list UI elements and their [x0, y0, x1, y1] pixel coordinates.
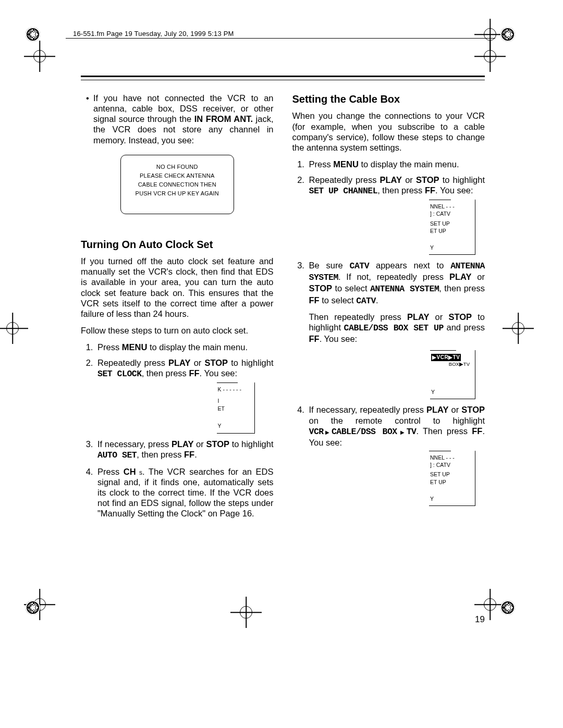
keyword: PLAY	[380, 175, 402, 184]
msg-line: NO CH FOUND	[125, 163, 229, 171]
step-item: Be sure CATV appears next to ANTENNA SYS…	[307, 260, 485, 399]
section-rule	[81, 76, 485, 77]
text: If necessary, repeatedly press	[309, 405, 427, 414]
keyword: MENU	[333, 159, 359, 169]
text: or	[193, 439, 206, 449]
osd-line: SET UP	[430, 471, 472, 478]
text: Then repeatedly press	[309, 312, 407, 322]
keyword: FF	[309, 334, 320, 343]
text: . Then press	[416, 426, 472, 436]
osd-snippet: NNEL - - - ] : CATV SET UP ET UP Y	[429, 200, 475, 255]
text: on the remote control to highlight	[309, 416, 485, 425]
ordered-steps: Press MENU to display the main menu. Rep…	[292, 159, 485, 506]
keyword: STOP	[206, 439, 229, 449]
keyword: PLAY	[168, 358, 191, 367]
text: or	[191, 358, 205, 367]
text: If necessary, press	[97, 439, 172, 449]
page-number: 19	[475, 614, 485, 625]
ordered-steps: Press MENU to display the main menu. Rep…	[81, 342, 274, 519]
keyword: STOP	[416, 175, 439, 184]
text: Press	[309, 159, 334, 169]
running-header: 16-551.fm Page 19 Tuesday, July 20, 1999…	[73, 30, 234, 38]
keyword: FF	[184, 450, 194, 459]
keyword-mono: CATV	[356, 296, 376, 306]
text: , then press	[137, 450, 184, 459]
osd-line: Y	[431, 388, 472, 396]
osd-line: BOX▶TV	[431, 361, 472, 368]
osd-line: ET	[218, 405, 252, 413]
osd-line: ET UP	[430, 227, 472, 235]
osd-line-inverted: ▶VCR▶TV	[431, 354, 461, 361]
text: , then press	[142, 368, 189, 378]
osd-line: NNEL - - -	[430, 203, 472, 210]
text: .	[376, 295, 378, 305]
step-item: Repeatedly press PLAY or STOP to highlig…	[307, 175, 485, 255]
text: , then press	[439, 283, 485, 293]
crop-mark	[2, 318, 23, 339]
text: . If not, repeatedly press	[338, 272, 449, 281]
keyword-mono: CABLE/DSS BOX SET UP	[344, 323, 444, 333]
keyword: STOP	[448, 312, 472, 322]
text: . You see:	[200, 368, 238, 378]
keyword-mono: ANTENNA SYSTEM	[370, 284, 439, 294]
crop-mark	[29, 46, 50, 67]
keyword-mono: AUTO SET	[97, 450, 137, 460]
keyword: STOP	[461, 405, 485, 414]
keyword-mono: TV	[407, 427, 417, 437]
text: or	[471, 272, 485, 281]
step-item: Repeatedly press PLAY or STOP to highlig…	[95, 357, 274, 434]
crop-mark	[508, 318, 529, 339]
text: or	[429, 312, 448, 322]
keyword: IN FROM ANT.	[194, 114, 253, 124]
msg-line: PLEASE CHECK ANTENNA	[125, 171, 229, 180]
keyword-mono: CABLE/DSS BOX	[332, 427, 397, 437]
section-heading: Setting the Cable Box	[292, 93, 485, 105]
text: Press	[97, 342, 122, 352]
msg-line: CABLE CONNECTION THEN	[125, 180, 229, 189]
text: . You see:	[320, 334, 358, 343]
keyword: FF	[309, 295, 320, 305]
osd-line: Y	[430, 244, 472, 251]
osd-line: Y	[218, 422, 252, 430]
text: to highlight	[439, 175, 485, 184]
text: .	[194, 450, 197, 459]
step-item: If necessary, repeatedly press PLAY or S…	[307, 404, 485, 505]
keyword-mono: VCR	[309, 427, 324, 437]
keyword-mono: SET CLOCK	[97, 369, 142, 379]
text: to select	[320, 295, 357, 305]
osd-line: ] : CATV	[430, 461, 472, 468]
osd-line: SET UP	[430, 220, 472, 227]
step-item: If necessary, press PLAY or STOP to high…	[95, 439, 274, 461]
osd-snippet: ▶VCR▶TV BOX▶TV Y	[430, 350, 475, 399]
keyword: CH	[124, 467, 136, 476]
text: Repeatedly press	[97, 358, 168, 367]
keyword: STOP	[309, 283, 333, 293]
on-screen-message-box: NO CH FOUND PLEASE CHECK ANTENNA CABLE C…	[120, 155, 234, 214]
keyword: FF	[189, 368, 199, 378]
step-item: Press MENU to display the main menu.	[307, 159, 485, 169]
page-body: • If you have not connected the VCR to a…	[81, 93, 485, 524]
text-sub: s	[136, 469, 142, 476]
keyword: STOP	[204, 358, 228, 367]
paragraph: When you change the connections to your …	[292, 110, 485, 153]
text: . You see:	[435, 186, 473, 195]
keyword-mono: SET UP CHANNEL	[309, 186, 378, 196]
crop-mark	[480, 46, 500, 67]
text: or	[402, 175, 416, 184]
osd-line: K - - - - - -	[218, 386, 252, 393]
keyword: FF	[472, 426, 482, 436]
rosette-icon	[500, 27, 515, 42]
osd-line: Y	[430, 495, 472, 502]
keyword-mono: CATV	[350, 261, 370, 271]
section-heading: Turning On Auto Clock Set	[81, 238, 274, 251]
step-item: Press CH s. The VCR searches for an EDS …	[95, 466, 274, 519]
text: Press	[97, 467, 124, 476]
rosette-icon	[26, 600, 40, 615]
osd-line: NNEL - - -	[430, 454, 472, 461]
osd-line: ] : CATV	[430, 210, 472, 217]
bullet-item: • If you have not connected the VCR to a…	[86, 93, 274, 145]
text: Repeatedly press	[309, 175, 380, 184]
text: to select	[332, 283, 370, 293]
text: to display the main menu.	[147, 342, 248, 352]
osd-snippet: NNEL - - - ] : CATV SET UP ET UP Y	[429, 451, 475, 506]
